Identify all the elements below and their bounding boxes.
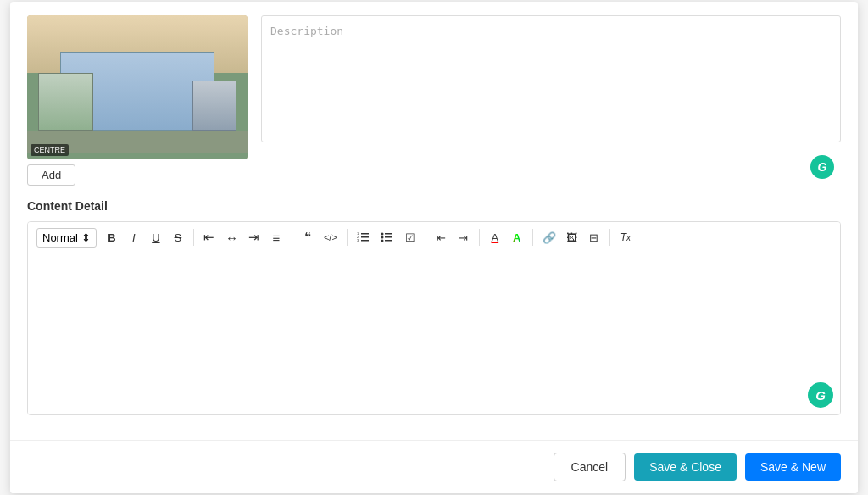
svg-rect-11 bbox=[385, 240, 392, 242]
top-section: CENTRE Add G bbox=[27, 15, 841, 186]
grammarly-badge-editor[interactable]: G bbox=[808, 382, 833, 408]
underline-button[interactable]: U bbox=[146, 227, 166, 248]
ordered-list-button[interactable]: 1.2.3. bbox=[353, 227, 375, 248]
save-new-button[interactable]: Save & New bbox=[745, 453, 841, 481]
code-button[interactable]: </> bbox=[320, 227, 342, 248]
divider-2 bbox=[292, 229, 292, 246]
format-select-value: Normal bbox=[42, 231, 78, 244]
add-image-button[interactable]: Add bbox=[27, 164, 75, 186]
checklist-button[interactable]: ☑ bbox=[400, 227, 420, 248]
outdent-button[interactable]: ⇤ bbox=[431, 227, 452, 248]
align-justify-button[interactable]: ≡ bbox=[266, 227, 287, 248]
bold-button[interactable]: B bbox=[102, 227, 122, 248]
modal-body: CENTRE Add G Content Detail Normal ⇕ bbox=[10, 2, 858, 440]
modal-footer: Cancel Save & Close Save & New bbox=[10, 440, 858, 493]
font-color-button[interactable]: A bbox=[485, 227, 505, 248]
modal-container: CENTRE Add G Content Detail Normal ⇕ bbox=[10, 2, 858, 493]
building-img-render: CENTRE bbox=[27, 15, 248, 159]
blockquote-button[interactable]: ❝ bbox=[298, 227, 318, 248]
description-area: G bbox=[261, 15, 841, 186]
svg-rect-1 bbox=[361, 236, 369, 238]
editor-toolbar: Normal ⇕ B I U S ⇤ ↔ ⇥ ≡ ❝ </> 1.2.3. bbox=[28, 222, 840, 253]
align-center-button[interactable]: ↔ bbox=[221, 227, 242, 248]
description-textarea[interactable] bbox=[261, 15, 841, 142]
content-detail-section: Normal ⇕ B I U S ⇤ ↔ ⇥ ≡ ❝ </> 1.2.3. bbox=[27, 221, 841, 415]
divider-3 bbox=[347, 229, 348, 246]
divider-7 bbox=[609, 229, 610, 246]
divider-1 bbox=[193, 229, 194, 246]
format-select[interactable]: Normal ⇕ bbox=[36, 228, 97, 248]
building-image: CENTRE bbox=[27, 15, 248, 159]
svg-rect-7 bbox=[385, 233, 392, 235]
svg-point-6 bbox=[381, 233, 383, 236]
font-highlight-button[interactable]: A bbox=[507, 227, 527, 248]
building-wing-right bbox=[192, 81, 236, 131]
divider-6 bbox=[532, 229, 533, 246]
unordered-list-button[interactable] bbox=[376, 227, 398, 248]
align-left-button[interactable]: ⇤ bbox=[199, 227, 220, 248]
svg-text:3.: 3. bbox=[357, 238, 359, 242]
building-wing-left bbox=[38, 73, 93, 131]
indent-button[interactable]: ⇥ bbox=[453, 227, 474, 248]
clear-format-button[interactable]: Tx bbox=[615, 227, 636, 248]
divider-4 bbox=[426, 229, 426, 246]
align-right-button[interactable]: ⇥ bbox=[244, 227, 264, 248]
italic-button[interactable]: I bbox=[124, 227, 144, 248]
image-button[interactable]: 🖼 bbox=[562, 227, 582, 248]
table-button[interactable]: ⊟ bbox=[584, 227, 604, 248]
svg-rect-2 bbox=[361, 240, 369, 242]
divider-5 bbox=[479, 229, 480, 246]
cancel-button[interactable]: Cancel bbox=[554, 453, 626, 481]
save-close-button[interactable]: Save & Close bbox=[634, 453, 737, 481]
svg-point-8 bbox=[381, 236, 383, 239]
link-button[interactable]: 🔗 bbox=[538, 227, 560, 248]
editor-area[interactable]: G bbox=[28, 253, 840, 414]
content-detail-label: Content Detail bbox=[27, 199, 841, 213]
watermark-badge: CENTRE bbox=[31, 144, 69, 156]
svg-rect-0 bbox=[361, 233, 369, 235]
strikethrough-button[interactable]: S bbox=[168, 227, 188, 248]
format-select-arrow: ⇕ bbox=[81, 231, 91, 244]
svg-rect-9 bbox=[385, 236, 392, 238]
svg-point-10 bbox=[381, 240, 383, 242]
image-upload-area: CENTRE Add bbox=[27, 15, 248, 186]
grammarly-badge-description[interactable]: G bbox=[810, 155, 834, 179]
add-button-area: Add bbox=[27, 164, 248, 186]
